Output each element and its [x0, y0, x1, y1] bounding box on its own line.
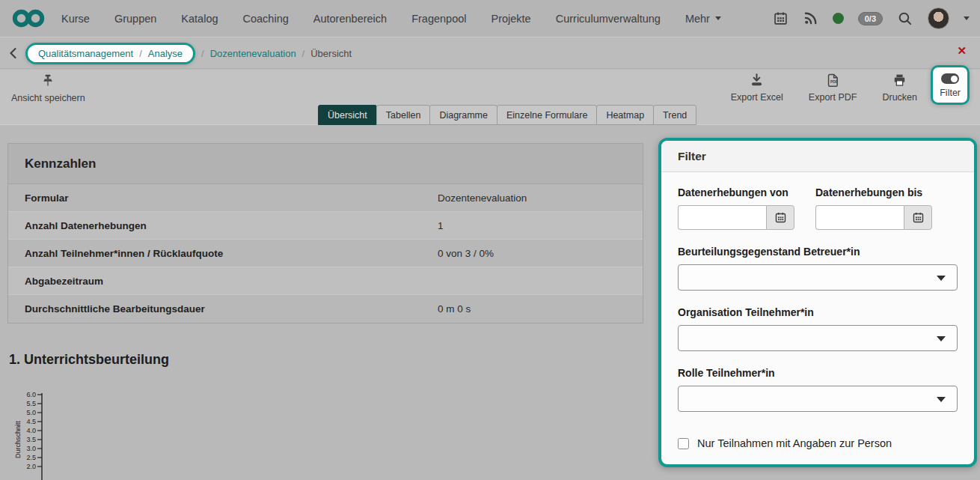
section-title-unterrichtsbeurteilung: 1. Unterrichtsbeurteilung: [9, 352, 169, 368]
tab-heatmap[interactable]: Heatmap: [596, 105, 654, 125]
svg-text:4.0: 4.0: [26, 427, 36, 434]
tab-tabellen[interactable]: Tabellen: [376, 105, 431, 125]
presence-status-icon[interactable]: [833, 13, 844, 24]
breadcrumb-uebersicht-current: Übersicht: [310, 48, 352, 59]
user-menu-chevron-icon[interactable]: [964, 16, 970, 20]
file-pdf-icon: PDF: [825, 73, 841, 88]
printer-icon: [892, 73, 907, 88]
row-value: 0 m 0 s: [438, 303, 471, 315]
table-row: Abgabezeitraum: [8, 267, 643, 295]
nav-item-autorenbereich[interactable]: Autorenbereich: [313, 13, 387, 25]
main-menu: Kurse Gruppen Katalog Coaching Autorenbe…: [61, 13, 721, 25]
tab-einzelne-formulare[interactable]: Einzelne Formulare: [497, 105, 597, 125]
table-row: Durchschnittliche Bearbeitungsdauer 0 m …: [8, 295, 643, 323]
svg-text:5.0: 5.0: [26, 409, 36, 416]
nav-item-gruppen[interactable]: Gruppen: [114, 13, 156, 25]
search-icon[interactable]: [897, 10, 913, 27]
dropdown-rolle[interactable]: [678, 386, 958, 412]
export-excel-label: Export Excel: [731, 92, 783, 103]
dropdown-label-beurteilungsgegenstand: Beurteilungsgegenstand Betreuer*in: [678, 246, 958, 258]
row-value: 1: [438, 220, 444, 231]
row-label: Durchschnittliche Bearbeitungsdauer: [8, 303, 438, 315]
calendar-icon: [774, 211, 787, 224]
row-label: Anzahl Datenerhebungen: [8, 220, 438, 231]
tab-trend[interactable]: Trend: [653, 105, 696, 125]
kennzahlen-panel: Kennzahlen Formular Dozentenevaluation A…: [7, 143, 643, 323]
chevron-down-icon: [937, 397, 946, 402]
export-pdf-button[interactable]: PDF Export PDF: [809, 73, 857, 103]
breadcrumb-separator: /: [139, 48, 142, 59]
filter-toggle-button[interactable]: Filter: [931, 65, 970, 105]
calendar-icon: [912, 211, 925, 224]
breadcrumb-separator: /: [302, 48, 305, 59]
only-participations-checkbox[interactable]: [678, 438, 689, 449]
rss-feed-icon[interactable]: [803, 10, 818, 26]
date-from-input[interactable]: [678, 205, 766, 230]
notification-count-badge[interactable]: 0/3: [858, 12, 883, 25]
top-navigation-bar: Kurse Gruppen Katalog Coaching Autorenbe…: [0, 0, 980, 37]
svg-text:3.0: 3.0: [26, 445, 36, 452]
only-participations-label: Nur Teilnahmen mit Angaben zur Person: [697, 437, 892, 449]
nav-item-katalog[interactable]: Katalog: [181, 13, 218, 25]
print-button[interactable]: Drucken: [882, 73, 917, 103]
toggle-on-icon: [941, 73, 959, 84]
dropdown-beurteilungsgegenstand[interactable]: [678, 264, 958, 291]
tab-uebersicht[interactable]: Übersicht: [318, 105, 377, 125]
svg-text:4.5: 4.5: [26, 418, 36, 425]
date-from-calendar-button[interactable]: [766, 205, 794, 230]
nav-mehr-label: Mehr: [685, 13, 710, 25]
calendar-icon[interactable]: [773, 10, 788, 26]
dropdown-label-rolle: Rolle Teilnehmer*in: [678, 367, 958, 379]
nav-item-coaching[interactable]: Coaching: [243, 13, 289, 25]
dropdown-organisation[interactable]: [678, 325, 958, 351]
chevron-down-icon: [937, 276, 946, 281]
annotation-highlight-breadcrumb: Qualitätsmanagement / Analyse: [25, 43, 195, 64]
breadcrumb-dozentenevaluation[interactable]: Dozentenevaluation: [210, 48, 296, 59]
filter-panel: Filter Datenerhebungen von: [658, 138, 977, 467]
svg-text:2.5: 2.5: [26, 454, 36, 461]
table-row: Formular Dozentenevaluation: [8, 184, 643, 212]
breadcrumb-qualitaetsmanagement[interactable]: Qualitätsmanagement: [38, 48, 133, 59]
average-rating-chart: Durchschnitt 6.0 5.5 5.0 4.5 4.0 3.5 3.0…: [13, 386, 141, 480]
svg-text:3.5: 3.5: [26, 436, 36, 443]
chart-ylabel: Durchschnitt: [14, 420, 22, 458]
svg-text:2.0: 2.0: [26, 463, 36, 470]
pin-icon: [40, 73, 55, 89]
save-view-button[interactable]: Ansicht speichern: [11, 73, 85, 103]
nav-item-projekte[interactable]: Projekte: [491, 13, 530, 25]
tab-diagramme[interactable]: Diagramme: [429, 105, 497, 125]
breadcrumb-separator: /: [201, 48, 204, 59]
date-from-label: Datenerhebungen von: [678, 186, 805, 198]
filter-button-label: Filter: [940, 88, 961, 98]
save-view-label: Ansicht speichern: [11, 93, 85, 103]
breadcrumb: Qualitätsmanagement / Analyse / Dozenten…: [0, 38, 980, 69]
table-row: Anzahl Teilnehmer*innen / Rücklaufquote …: [8, 240, 643, 267]
row-label: Formular: [8, 192, 438, 204]
analysis-tabs: Übersicht Tabellen Diagramme Einzelne Fo…: [318, 105, 696, 125]
row-label: Abgabezeitraum: [8, 276, 438, 287]
date-to-label: Datenerhebungen bis: [815, 186, 943, 198]
filter-panel-title: Filter: [661, 141, 974, 172]
topbar-icon-group: 0/3: [773, 7, 970, 29]
nav-item-kurse[interactable]: Kurse: [61, 13, 90, 25]
print-label: Drucken: [882, 92, 917, 103]
svg-text:PDF: PDF: [830, 80, 838, 84]
openolat-logo-icon[interactable]: [12, 8, 45, 28]
nav-item-fragenpool[interactable]: Fragenpool: [411, 13, 466, 25]
user-avatar[interactable]: [928, 7, 949, 29]
dropdown-label-organisation: Organisation Teilnehmer*in: [678, 306, 958, 318]
export-excel-button[interactable]: Export Excel: [731, 73, 783, 103]
back-chevron-icon[interactable]: [7, 46, 19, 60]
nav-item-mehr[interactable]: Mehr: [685, 13, 721, 25]
svg-text:6.0: 6.0: [26, 391, 36, 398]
table-row: Anzahl Datenerhebungen 1: [8, 212, 643, 240]
export-pdf-label: Export PDF: [809, 92, 857, 103]
breadcrumb-analyse[interactable]: Analyse: [148, 48, 183, 59]
nav-item-curriculumverwaltung[interactable]: Curriculumverwaltung: [556, 13, 661, 25]
chevron-down-icon: [937, 336, 946, 341]
svg-text:5.5: 5.5: [26, 400, 36, 407]
chevron-down-icon: [715, 16, 721, 20]
date-to-input[interactable]: [815, 205, 904, 230]
close-icon[interactable]: ✕: [957, 45, 967, 56]
date-to-calendar-button[interactable]: [904, 205, 932, 230]
